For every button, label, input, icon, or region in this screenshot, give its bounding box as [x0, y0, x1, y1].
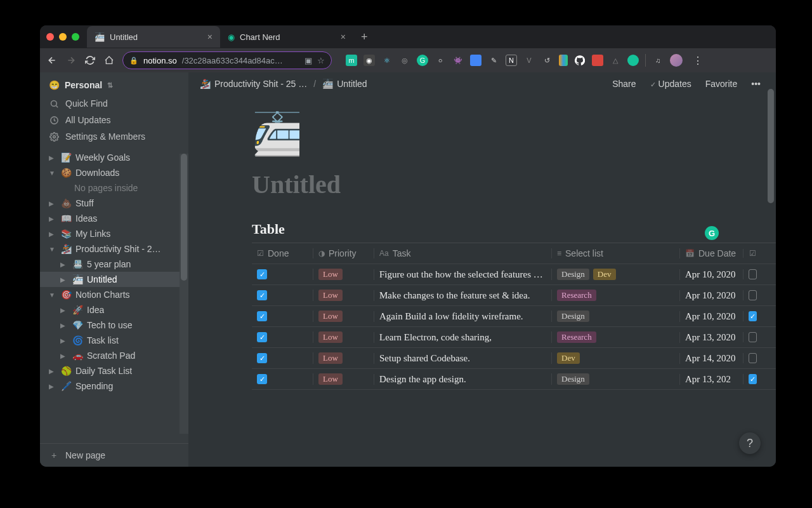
sidebar-page-item[interactable]: ▶🥎Daily Task List	[40, 363, 188, 378]
extension-icon[interactable]: 👾	[452, 55, 464, 66]
extension-icon[interactable]: ◎	[399, 55, 410, 66]
column-header-done[interactable]: ☑ Done	[252, 248, 313, 258]
secondary-checkbox[interactable]: ✓	[749, 311, 757, 321]
select-cell[interactable]: Design	[551, 311, 679, 322]
page-icon[interactable]: 🚈	[252, 110, 712, 158]
close-tab-icon[interactable]: ×	[341, 32, 346, 42]
caret-icon[interactable]: ▼	[49, 170, 56, 177]
done-checkbox[interactable]: ✓	[257, 269, 267, 279]
favorite-button[interactable]: Favorite	[702, 79, 742, 89]
done-checkbox[interactable]: ✓	[257, 290, 267, 300]
caret-icon[interactable]: ▶	[49, 154, 56, 161]
table-block-title[interactable]: Table	[252, 221, 712, 237]
extension-icon[interactable]	[574, 55, 586, 66]
updates-button[interactable]: Updates	[646, 79, 695, 89]
extension-icon[interactable]	[470, 55, 481, 66]
extension-icon[interactable]: ↺	[541, 55, 553, 66]
caret-icon[interactable]: ▶	[60, 261, 68, 268]
grammarly-badge-icon[interactable]: G	[705, 226, 719, 240]
close-window-button[interactable]	[46, 33, 54, 41]
done-checkbox[interactable]: ✓	[257, 332, 267, 342]
caret-icon[interactable]: ▶	[60, 337, 68, 344]
breadcrumb-current[interactable]: 🚈 Untitled	[322, 79, 367, 89]
secondary-checkbox[interactable]	[749, 353, 757, 363]
done-checkbox[interactable]: ✓	[257, 374, 267, 384]
task-title[interactable]: Make changes to the feature set & idea.	[379, 290, 530, 301]
sidebar-page-item[interactable]: ▶📖Ideas	[40, 211, 188, 226]
extension-icon[interactable]: ◉	[363, 55, 375, 66]
back-button[interactable]	[46, 55, 58, 66]
secondary-checkbox[interactable]	[749, 269, 757, 279]
extension-icon[interactable]: △	[610, 55, 621, 66]
due-date[interactable]: Apr 13, 202	[685, 374, 731, 385]
task-title[interactable]: Design the app design.	[379, 374, 466, 385]
sidebar-page-item[interactable]: ▶🚗Scratch Pad	[40, 348, 188, 363]
sidebar-page-item[interactable]: ▼🏂Productivity Shit - 2…	[40, 241, 188, 257]
column-header-priority[interactable]: ◑ Priority	[313, 248, 374, 258]
extension-icon[interactable]: ⚛	[381, 55, 393, 66]
sidebar-page-item[interactable]: ▶🖊️Spending	[40, 378, 188, 394]
caret-icon[interactable]: ▶	[49, 231, 56, 237]
due-date[interactable]: Apr 13, 2020	[685, 332, 736, 343]
caret-icon[interactable]: ▶	[49, 383, 56, 390]
select-cell[interactable]: Research	[551, 290, 679, 301]
page-title-input[interactable]: Untitled	[252, 170, 712, 199]
sidebar-scrollbar-thumb[interactable]	[181, 154, 187, 281]
caret-icon[interactable]: ▶	[49, 368, 56, 375]
extension-icon[interactable]: V	[523, 55, 535, 66]
breadcrumb-parent[interactable]: 🏂 Productivity Shit - 25 …	[200, 79, 307, 89]
caret-icon[interactable]: ▶	[60, 322, 68, 329]
task-title[interactable]: Again Build a low fidelity wireframe.	[379, 311, 523, 322]
sidebar-page-item[interactable]: ▶🚈Untitled	[40, 272, 188, 287]
extension-icon[interactable]	[627, 55, 639, 66]
sidebar-page-item[interactable]: ▼🎯Notion Charts	[40, 287, 188, 302]
home-button[interactable]	[103, 55, 115, 66]
sidebar-page-item[interactable]: ▶📇5 year plan	[40, 257, 188, 272]
due-date[interactable]: Apr 14, 2020	[685, 353, 736, 364]
select-cell[interactable]: Dev	[551, 352, 679, 364]
extension-icon[interactable]: ○	[435, 55, 446, 66]
column-header-task[interactable]: Aa Task	[374, 248, 551, 258]
select-cell[interactable]: Design	[551, 373, 679, 385]
caret-icon[interactable]: ▶	[60, 307, 68, 314]
secondary-checkbox[interactable]: ✓	[749, 374, 757, 384]
due-date[interactable]: Apr 10, 2020	[685, 269, 736, 280]
task-title[interactable]: Learn Electron, code sharing,	[379, 332, 492, 343]
extension-icon[interactable]: N	[506, 55, 517, 66]
column-header-checkbox[interactable]: ☑	[743, 249, 762, 258]
caret-icon[interactable]: ▶	[49, 215, 56, 222]
reload-button[interactable]	[84, 55, 96, 66]
close-tab-icon[interactable]: ×	[207, 32, 213, 42]
extension-icon[interactable]: G	[417, 55, 428, 66]
more-menu-button[interactable]: •••	[747, 79, 764, 89]
table-row[interactable]: ✓LowMake changes to the feature set & id…	[252, 285, 776, 306]
secondary-checkbox[interactable]	[749, 290, 757, 300]
new-tab-button[interactable]: +	[353, 30, 376, 44]
caret-icon[interactable]: ▼	[49, 291, 56, 298]
column-header-due-date[interactable]: 📅 Due Date	[679, 248, 743, 258]
sidebar-page-item[interactable]: ▼🍪Downloads	[40, 165, 188, 180]
secondary-checkbox[interactable]	[749, 332, 757, 342]
sidebar-page-item[interactable]: ▶💎Tech to use	[40, 318, 188, 333]
done-checkbox[interactable]: ✓	[257, 311, 267, 321]
all-updates-button[interactable]: All Updates	[40, 112, 188, 128]
select-cell[interactable]: Design Dev	[551, 269, 679, 280]
settings-button[interactable]: Settings & Members	[40, 128, 188, 145]
forward-button[interactable]	[65, 55, 77, 66]
table-row[interactable]: ✓LowFigure out the how the selected feat…	[252, 264, 776, 285]
media-icon[interactable]: ♫	[652, 55, 664, 66]
extension-icon[interactable]: m	[346, 55, 357, 66]
minimize-window-button[interactable]	[59, 33, 67, 41]
caret-icon[interactable]: ▶	[60, 352, 68, 359]
select-cell[interactable]: Research	[551, 331, 679, 343]
main-scrollbar-thumb[interactable]	[768, 89, 774, 203]
table-row[interactable]: ✓LowSetup shared Codebase.DevApr 14, 202…	[252, 348, 776, 369]
tab-untitled[interactable]: 🚈 Untitled ×	[87, 26, 220, 48]
table-row[interactable]: ✓LowAgain Build a low fidelity wireframe…	[252, 306, 776, 327]
extension-icon[interactable]	[592, 55, 603, 66]
caret-icon[interactable]: ▶	[60, 276, 68, 283]
quick-find-button[interactable]: Quick Find	[40, 95, 188, 112]
caret-icon[interactable]: ▶	[49, 200, 56, 207]
sidebar-page-item[interactable]: ▶🚀Idea	[40, 302, 188, 318]
caret-icon[interactable]: ▼	[49, 246, 56, 253]
